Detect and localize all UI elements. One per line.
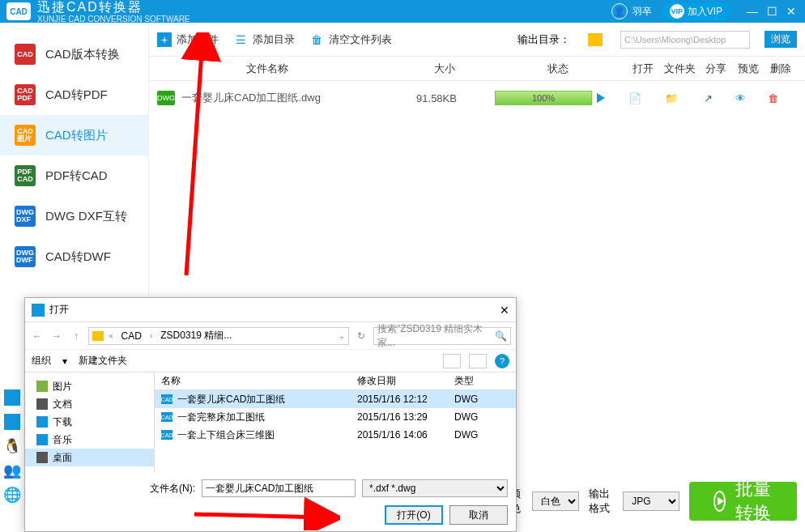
dialog-nav: ← → ↑ « CAD › ZSD0319 精细... ⌄ ↻ 搜索"ZSD03…: [25, 322, 516, 350]
help-icon[interactable]: ?: [495, 354, 509, 368]
organize-button[interactable]: 组织: [32, 354, 51, 368]
sidebar-label: CAD转DWF: [45, 249, 111, 265]
path-bar[interactable]: « CAD › ZSD0319 精细... ⌄: [88, 327, 349, 345]
file-size: 91.58KB: [392, 92, 481, 104]
lh-date[interactable]: 修改日期: [357, 374, 454, 388]
pictures-icon: [36, 381, 48, 392]
output-path-field[interactable]: C:\Users\Mloong\Desktop: [620, 31, 750, 49]
app-logo-icon: CAD: [6, 2, 31, 20]
sidebar-item-dwgdxf[interactable]: DWGDXF DWG DXF互转: [0, 196, 148, 236]
add-file-label: 添加文件: [177, 32, 219, 47]
cad-file-icon: CAD: [161, 394, 172, 404]
th-share: 分享: [700, 62, 732, 76]
sidebar-item-pdf2cad[interactable]: PDFCAD PDF转CAD: [0, 155, 148, 196]
float-icon-2[interactable]: [4, 414, 20, 430]
delete-icon[interactable]: 🗑: [756, 92, 789, 104]
progress-bar: 100%: [495, 91, 592, 105]
search-input[interactable]: 搜索"ZSD0319 精细实木家... 🔍: [373, 327, 511, 345]
format-select[interactable]: JPG: [623, 492, 679, 511]
open-button[interactable]: 打开(O): [385, 505, 443, 525]
th-delete: 删除: [765, 62, 797, 76]
th-folder: 文件夹: [659, 62, 700, 76]
sidebar-item-cad2dwf[interactable]: DWGDWF CAD转DWF: [0, 236, 148, 277]
sidebar-label: CAD版本转换: [45, 47, 120, 62]
floating-toolbar: 🐧 👥 🌐: [0, 389, 24, 503]
list-row[interactable]: CAD一套完整床加工图纸 2015/1/16 13:29 DWG: [155, 408, 516, 426]
float-icon-1[interactable]: [4, 389, 20, 406]
dialog-close-button[interactable]: ✕: [500, 304, 509, 317]
preview-icon[interactable]: 👁: [724, 92, 756, 104]
th-name: 文件名称: [157, 62, 400, 76]
close-button[interactable]: ✕: [784, 5, 799, 18]
file-name-cell: DWG 一套婴儿床CAD加工图纸.dwg: [157, 91, 392, 105]
open-file-icon[interactable]: 📄: [619, 92, 651, 104]
user-icon[interactable]: 👥: [4, 462, 20, 479]
vip-button[interactable]: VIP 加入VIP: [662, 2, 730, 20]
sidebar-label: DWG DXF互转: [45, 209, 127, 224]
dwg-dxf-icon: DWGDXF: [15, 206, 36, 227]
filter-select[interactable]: *.dxf *.dwg: [362, 479, 508, 497]
app-title: 迅捷CAD转换器: [37, 0, 190, 16]
format-label: 输出格式: [589, 487, 613, 516]
qq-icon[interactable]: 🐧: [4, 438, 20, 454]
sidebar-item-cad2pdf[interactable]: CADPDF CAD转PDF: [0, 74, 148, 115]
minimize-button[interactable]: —: [745, 5, 760, 18]
tree-item-docs[interactable]: 文档: [25, 395, 154, 413]
tree-item-downloads[interactable]: 下载: [25, 413, 154, 431]
dwg-icon: DWG: [157, 91, 175, 105]
list-row[interactable]: CAD一套上下组合床三维图 2015/1/16 14:06 DWG: [155, 426, 516, 444]
docs-icon: [36, 398, 48, 410]
sidebar-label: CAD转图片: [45, 128, 108, 143]
plus-icon: +: [157, 32, 172, 47]
sidebar-label: CAD转PDF: [45, 87, 108, 103]
clear-list-button[interactable]: 🗑 清空文件列表: [309, 32, 392, 47]
table-row[interactable]: DWG 一套婴儿床CAD加工图纸.dwg 91.58KB 100% 📄 📁 ↗ …: [149, 81, 805, 115]
cad-pdf-icon: CADPDF: [15, 84, 36, 105]
title-bar: CAD 迅捷CAD转换器 XUNJIE CAD CONVERSION SOFTW…: [0, 0, 805, 23]
maximize-button[interactable]: ☐: [765, 5, 779, 18]
open-folder-icon[interactable]: 📁: [651, 92, 692, 104]
preview-pane-button[interactable]: [469, 354, 487, 368]
tree-item-music[interactable]: 音乐: [25, 431, 154, 449]
browse-button[interactable]: 浏览: [765, 31, 797, 48]
file-status: 100%: [481, 91, 619, 105]
folder-icon: [588, 33, 603, 46]
add-file-button[interactable]: + 添加文件: [157, 32, 219, 47]
path-seg[interactable]: ZSD0319 精细...: [157, 329, 235, 343]
filename-input[interactable]: [202, 479, 356, 497]
sidebar-item-version[interactable]: CAD CAD版本转换: [0, 34, 148, 74]
refresh-button[interactable]: ↻: [354, 329, 368, 343]
dialog-title-bar: 打开 ✕: [25, 298, 516, 322]
add-dir-button[interactable]: ☰ 添加目录: [233, 32, 295, 47]
play-icon[interactable]: [597, 93, 605, 103]
view-button[interactable]: [443, 354, 461, 368]
list-header: 名称 修改日期 类型: [155, 372, 516, 390]
tree-item-pictures[interactable]: 图片: [25, 377, 154, 395]
path-seg[interactable]: CAD: [118, 330, 145, 342]
folder-icon: [92, 331, 104, 341]
share-icon[interactable]: ↗: [692, 92, 724, 104]
lh-name[interactable]: 名称: [155, 374, 357, 388]
tree-item-desktop[interactable]: 桌面: [25, 449, 154, 466]
back-button[interactable]: ←: [30, 329, 45, 343]
color-select[interactable]: 白色: [532, 492, 579, 511]
cad-file-icon: CAD: [161, 430, 172, 440]
list-row[interactable]: CAD一套婴儿床CAD加工图纸 2015/1/16 12:12 DWG: [155, 390, 516, 408]
batch-convert-button[interactable]: 批量转换: [689, 482, 797, 521]
cad-file-icon: CAD: [161, 412, 172, 422]
forward-button[interactable]: →: [49, 329, 64, 343]
play-ring-icon: [713, 491, 726, 512]
download-icon: [36, 416, 48, 428]
dialog-title: 打开: [49, 303, 69, 317]
user-avatar-icon[interactable]: 👤: [611, 3, 628, 19]
sidebar-item-cad2img[interactable]: CAD图片 CAD转图片: [0, 115, 148, 155]
sidebar-label: PDF转CAD: [45, 168, 108, 184]
lh-type[interactable]: 类型: [454, 374, 516, 388]
up-button[interactable]: ↑: [69, 329, 83, 343]
toolbar: + 添加文件 ☰ 添加目录 🗑 清空文件列表 输出目录： C:\Users\Ml…: [149, 23, 805, 57]
search-placeholder: 搜索"ZSD0319 精细实木家...: [377, 322, 490, 350]
filename-label: 文件名(N):: [150, 482, 195, 496]
globe-icon[interactable]: 🌐: [4, 487, 20, 503]
new-folder-button[interactable]: 新建文件夹: [79, 354, 127, 368]
cancel-button[interactable]: 取消: [449, 505, 508, 525]
